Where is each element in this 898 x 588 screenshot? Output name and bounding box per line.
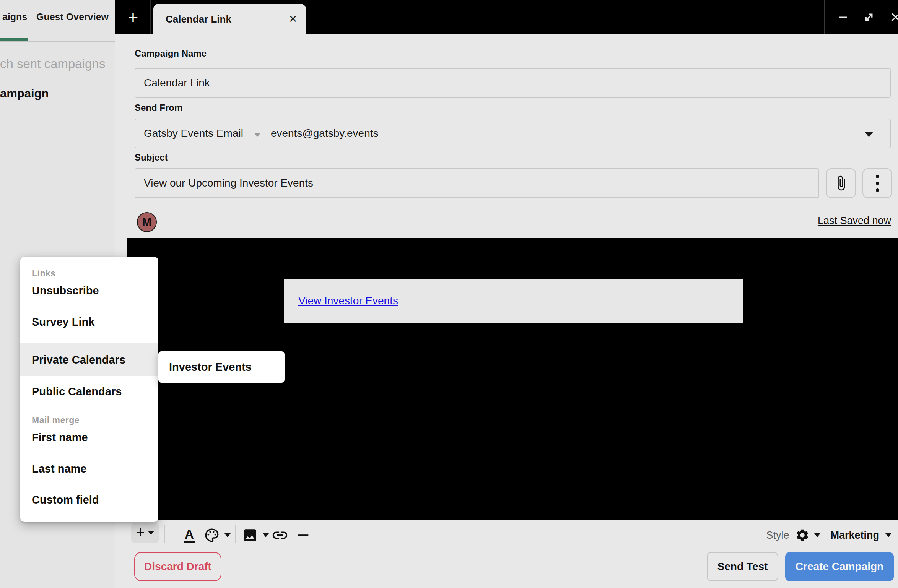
menu-item-last-name[interactable]: Last name (20, 457, 158, 480)
discard-draft-button[interactable]: Discard Draft (134, 552, 221, 581)
send-from-select[interactable]: Gatsby Events Email events@gatsby.events (135, 119, 891, 148)
toolbar-divider (235, 525, 236, 543)
controls-divider (824, 0, 825, 34)
expand-icon[interactable] (858, 0, 880, 34)
insert-divider-button[interactable] (296, 520, 311, 551)
active-tab-underline (0, 38, 28, 41)
menu-section-links: Links (32, 268, 56, 279)
campaign-name-input[interactable]: Calendar Link (135, 68, 891, 98)
tabbar-divider (0, 41, 115, 42)
bg-campaign-row-label: ampaign (0, 87, 49, 101)
send-from-account: Gatsby Events Email (144, 127, 243, 140)
submenu-item-investor-events[interactable]: Investor Events (158, 351, 285, 383)
search-placeholder: ch sent campaigns (0, 57, 105, 71)
subject-input[interactable]: View our Upcoming Investor Events (135, 168, 819, 198)
send-test-button[interactable]: Send Test (707, 552, 778, 581)
tab-calendar-link[interactable]: Calendar Link ✕ (153, 4, 306, 34)
campaign-name-label: Campaign Name (135, 48, 207, 59)
menu-item-private-calendars[interactable]: Private Calendars (20, 343, 158, 376)
menu-item-survey-link[interactable]: Survey Link (20, 310, 158, 333)
chevron-down-icon[interactable] (885, 533, 891, 537)
window-titlebar: + Calendar Link ✕ (115, 0, 898, 34)
menu-item-public-calendars[interactable]: Public Calendars (20, 380, 158, 403)
style-label: Style (766, 530, 789, 541)
bg-tab-campaigns[interactable]: aigns (2, 11, 27, 23)
plus-icon: + (136, 525, 145, 540)
menu-item-custom-field[interactable]: Custom field (20, 488, 158, 511)
palette-icon (204, 527, 220, 543)
editor-toolbar: + A (128, 520, 898, 551)
new-tab-button[interactable]: + (124, 0, 142, 34)
campaign-composer-window: + Calendar Link ✕ Campaign Name Calendar… (115, 0, 898, 588)
subject-more-options-button[interactable] (862, 168, 892, 198)
style-group: Style Marketing (766, 520, 891, 551)
gear-icon (795, 528, 810, 543)
account-caret-icon (254, 133, 261, 137)
paperclip-icon (833, 175, 849, 191)
menu-section-mail-merge: Mail merge (32, 415, 80, 426)
chevron-down-icon (263, 533, 269, 537)
chevron-down-icon (224, 533, 231, 537)
tab-close-icon[interactable]: ✕ (283, 4, 303, 34)
link-icon (271, 526, 289, 544)
menu-item-unsubscribe[interactable]: Unsubscribe (20, 279, 158, 302)
send-from-chevron-down-icon[interactable] (865, 132, 873, 137)
insert-links-menu: Links Unsubscribe Survey Link Private Ca… (20, 257, 158, 522)
view-investor-events-link[interactable]: View Investor Events (298, 295, 398, 307)
image-icon (242, 527, 258, 543)
chevron-down-icon (814, 533, 820, 537)
attachment-button[interactable] (826, 168, 856, 198)
editor-footer-panel: + A (128, 520, 898, 588)
insert-link-button[interactable] (271, 520, 289, 551)
create-campaign-button[interactable]: Create Campaign (785, 552, 894, 581)
template-select-value[interactable]: Marketing (830, 530, 879, 541)
last-saved-link[interactable]: Last Saved now (818, 215, 891, 227)
email-content-block[interactable]: View Investor Events (284, 279, 743, 323)
toolbar-divider (164, 525, 165, 543)
insert-image-button[interactable] (242, 520, 269, 551)
format-color-icon: A (184, 528, 195, 543)
style-settings-button[interactable] (795, 528, 820, 543)
theme-palette-button[interactable] (204, 520, 231, 551)
bg-campaign-list-row[interactable]: ampaign (0, 79, 115, 109)
close-icon[interactable] (885, 0, 898, 34)
text-color-button[interactable]: A (184, 520, 195, 551)
minimize-icon[interactable] (832, 0, 854, 34)
tab-title: Calendar Link (166, 4, 231, 34)
menu-item-first-name[interactable]: First name (20, 426, 158, 449)
collaborator-avatar: M (137, 212, 157, 232)
horizontal-rule-icon (296, 528, 311, 543)
kebab-menu-icon (876, 175, 879, 192)
subject-label: Subject (135, 152, 168, 163)
search-sent-campaigns-input[interactable]: ch sent campaigns (0, 49, 115, 79)
insert-menu-button[interactable]: + (131, 523, 159, 543)
chevron-down-icon (148, 531, 154, 535)
tab-divider (150, 0, 151, 34)
send-from-email: events@gatsby.events (271, 127, 379, 140)
send-from-label: Send From (135, 102, 182, 113)
bg-tab-guest-overview[interactable]: Guest Overview (36, 11, 109, 23)
